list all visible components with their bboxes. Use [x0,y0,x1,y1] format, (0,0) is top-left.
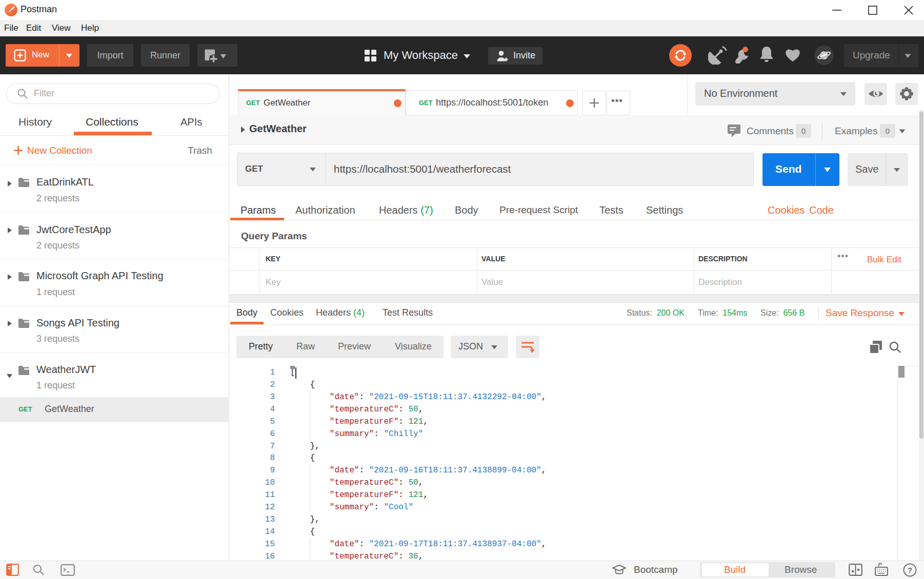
svg-text:?: ? [908,566,912,574]
